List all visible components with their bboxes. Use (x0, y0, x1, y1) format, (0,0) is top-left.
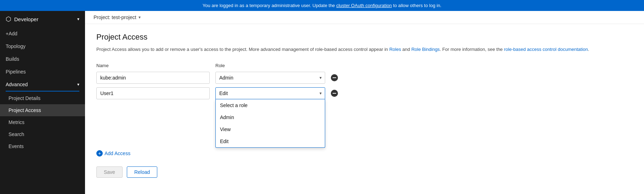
desc-before: Project Access allows you to add or remo… (96, 47, 389, 52)
topology-label: Topology (6, 43, 26, 49)
sidebar-sub-item-project-details[interactable]: Project Details (0, 92, 85, 104)
col-header-name: Name (96, 63, 210, 68)
sidebar-section-advanced[interactable]: Advanced ▾ (0, 78, 85, 91)
role-select-display-2[interactable]: Edit (215, 87, 325, 99)
main-content: Project: test-project ▾ Project Access P… (85, 11, 644, 194)
role-select-wrapper-2: Edit ▾ Select a role Admin View (215, 87, 325, 99)
sidebar-header[interactable]: ⬡ Developer ▾ (0, 11, 85, 27)
save-label: Save (104, 169, 115, 175)
sidebar-sub-item-project-access[interactable]: Project Access (0, 104, 85, 116)
pipelines-label: Pipelines (6, 69, 26, 75)
table-headers: Name Role (96, 63, 436, 68)
add-label: +Add (6, 31, 17, 36)
remove-button-1[interactable] (331, 74, 338, 81)
dev-icon: ⬡ (6, 15, 11, 23)
advanced-label: Advanced (6, 82, 28, 87)
reload-label: Reload (134, 169, 150, 175)
advanced-chevron-icon: ▾ (77, 82, 79, 87)
banner-text-before: You are logged in as a temporary adminis… (203, 3, 336, 8)
sidebar-item-topology[interactable]: Topology (0, 40, 85, 53)
dropdown-item-admin[interactable]: Admin (216, 111, 325, 123)
desc-middle: and (401, 47, 411, 52)
top-banner: You are logged in as a temporary adminis… (0, 0, 644, 11)
project-access-label: Project Access (9, 107, 41, 113)
table-row: Edit ▾ Select a role Admin View (96, 87, 436, 99)
project-chevron-icon: ▾ (139, 15, 141, 20)
page-description: Project Access allows you to add or remo… (96, 46, 633, 53)
name-input-2[interactable] (96, 87, 210, 99)
desc-end: . (588, 47, 589, 52)
selected-role-text: Edit (219, 90, 228, 96)
project-bar[interactable]: Project: test-project ▾ (85, 11, 644, 24)
dropdown-item-view[interactable]: View (216, 123, 325, 135)
sidebar-sub-item-events[interactable]: Events (0, 140, 85, 152)
role-select-wrapper-1: Admin View Edit ▾ (215, 72, 325, 84)
project-details-label: Project Details (9, 95, 40, 101)
dropdown-item-edit[interactable]: Edit (216, 135, 325, 147)
oauth-config-link[interactable]: cluster OAuth configuration (336, 3, 392, 8)
sidebar-section-indicator (6, 91, 79, 92)
dropdown-menu: Select a role Admin View Edit (215, 99, 325, 148)
events-label: Events (9, 143, 24, 149)
add-access-row: + Add Access (96, 149, 436, 158)
add-access-button[interactable]: + Add Access (96, 149, 130, 158)
roles-link[interactable]: Roles (389, 47, 401, 52)
metrics-label: Metrics (9, 119, 24, 125)
sidebar-item-pipelines[interactable]: Pipelines (0, 65, 85, 78)
search-label: Search (9, 131, 24, 137)
page-title: Project Access (96, 33, 633, 42)
project-label: Project: test-project (94, 14, 136, 20)
remove-button-2[interactable] (331, 90, 338, 97)
access-table: Name Role Admin View Edit ▾ (96, 63, 436, 178)
reload-button[interactable]: Reload (127, 166, 157, 178)
rbac-doc-link[interactable]: role-based access control documentation (504, 47, 588, 52)
col-header-role: Role (215, 63, 325, 68)
save-button[interactable]: Save (96, 166, 123, 178)
sidebar-sub-item-search[interactable]: Search (0, 128, 85, 140)
sidebar: ⬡ Developer ▾ +Add Topology Builds Pipel… (0, 11, 85, 194)
sidebar-item-builds[interactable]: Builds (0, 53, 85, 65)
action-buttons: Save Reload (96, 166, 436, 178)
add-access-label: Add Access (104, 151, 130, 156)
desc-after: . For more information, see the (440, 47, 504, 52)
header-chevron-icon: ▾ (77, 17, 79, 22)
app-name: Developer (14, 16, 38, 22)
dropdown-item-select-role[interactable]: Select a role (216, 99, 325, 111)
add-icon: + (96, 150, 103, 157)
table-row: Admin View Edit ▾ (96, 72, 436, 84)
sidebar-item-add[interactable]: +Add (0, 27, 85, 40)
banner-text-middle: to allow others to log in. (392, 3, 441, 8)
role-select-1[interactable]: Admin View Edit (215, 72, 325, 84)
content-area: Project Access Project Access allows you… (85, 24, 644, 186)
name-input-1[interactable] (96, 72, 210, 84)
builds-label: Builds (6, 56, 19, 62)
role-bindings-link[interactable]: Role Bindings (411, 47, 440, 52)
sidebar-sub-item-metrics[interactable]: Metrics (0, 116, 85, 128)
